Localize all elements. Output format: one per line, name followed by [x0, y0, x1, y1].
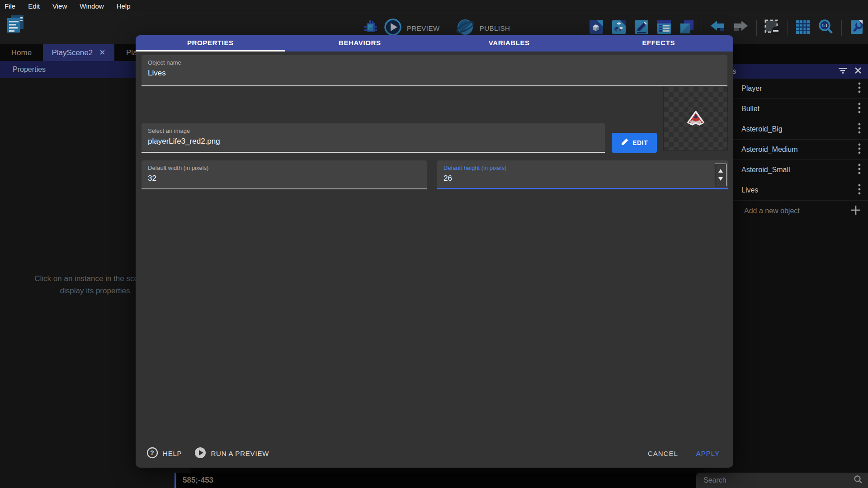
default-width-field[interactable]: Default width (in pixels) [142, 160, 427, 189]
close-tab-icon[interactable]: ✕ [99, 48, 105, 57]
search-input[interactable] [703, 476, 854, 484]
dialog-footer: ? HELP RUN A PREVIEW CANCEL APPLY [136, 446, 733, 460]
run-preview-play-icon [194, 447, 206, 460]
menu-view[interactable]: View [52, 2, 67, 10]
stepper-down-icon[interactable] [718, 177, 723, 181]
layers-icon[interactable] [679, 19, 694, 37]
deselect-icon[interactable] [764, 19, 780, 37]
object-name-field[interactable]: Object name [142, 55, 727, 86]
kebab-menu-icon[interactable] [858, 82, 861, 95]
tab-behaviors[interactable]: BEHAVIORS [285, 35, 435, 52]
preview-button[interactable]: PREVIEW [407, 24, 440, 32]
edit-pencil-icon [621, 138, 628, 147]
instances-list-icon[interactable] [656, 19, 672, 37]
objects-editor-icon[interactable] [611, 19, 627, 37]
plus-icon [851, 205, 861, 217]
dialog-tab-bar: PROPERTIES BEHAVIORS VARIABLES EFFECTS [136, 35, 733, 52]
tab-variables[interactable]: VARIABLES [434, 35, 584, 52]
menu-edit[interactable]: Edit [28, 2, 40, 10]
select-image-input[interactable] [148, 137, 599, 146]
edit-scene-icon[interactable] [634, 19, 649, 37]
toolbar-separator [788, 20, 788, 36]
grid-icon[interactable] [795, 19, 811, 37]
redo-icon[interactable] [733, 19, 749, 37]
default-width-input[interactable] [148, 174, 420, 183]
new-object-icon[interactable] [589, 19, 604, 37]
cursor-coordinates-bar: 585;-453 [175, 473, 696, 488]
tab-properties[interactable]: PROPERTIES [136, 35, 285, 52]
menu-help[interactable]: Help [117, 2, 131, 10]
publish-button[interactable]: PUBLISH [480, 24, 510, 32]
svg-text:1:1: 1:1 [821, 23, 827, 28]
properties-panel-title: Properties [13, 66, 46, 74]
help-circle-icon: ? [146, 447, 158, 460]
kebab-menu-icon[interactable] [858, 123, 861, 136]
search-bar[interactable] [696, 473, 868, 488]
run-preview-button[interactable]: RUN A PREVIEW [194, 447, 269, 460]
cursor-coordinates: 585;-453 [183, 476, 213, 485]
stepper-up-icon[interactable] [718, 169, 723, 173]
object-image-preview[interactable] [663, 87, 728, 150]
kebab-menu-icon[interactable] [858, 164, 861, 176]
kebab-menu-icon[interactable] [858, 184, 861, 197]
default-height-input[interactable] [443, 174, 722, 183]
apply-button[interactable]: APPLY [696, 450, 720, 457]
tab-playscene2[interactable]: PlayScene2 ✕ [43, 44, 114, 61]
toolbar-separator [702, 20, 702, 36]
object-name-input[interactable] [148, 69, 721, 78]
svg-text:?: ? [150, 449, 154, 456]
debug-icon[interactable] [362, 19, 379, 38]
close-panel-icon[interactable] [854, 67, 862, 76]
kebab-menu-icon[interactable] [858, 143, 861, 156]
ship-sprite [684, 110, 707, 128]
kebab-menu-icon[interactable] [858, 103, 861, 115]
select-image-field[interactable]: Select an image [142, 123, 605, 153]
zoom-original-icon[interactable]: 1:1 [818, 19, 834, 37]
number-stepper[interactable] [715, 164, 726, 186]
select-image-label: Select an image [148, 127, 599, 134]
undo-icon[interactable] [709, 19, 726, 37]
default-height-label: Default height (in pixels) [443, 164, 722, 171]
help-button[interactable]: ? HELP [146, 447, 182, 460]
tab-effects[interactable]: EFFECTS [584, 35, 734, 52]
project-manager-icon[interactable] [6, 14, 24, 36]
menu-file[interactable]: File [5, 2, 15, 10]
default-height-field[interactable]: Default height (in pixels) [437, 160, 728, 189]
object-name-label: Object name [148, 59, 721, 66]
tab-home[interactable]: Home [0, 44, 43, 61]
cancel-button[interactable]: CANCEL [648, 450, 678, 457]
toolbar-separator [841, 20, 842, 36]
filter-icon[interactable] [838, 67, 847, 76]
menu-window[interactable]: Window [80, 2, 104, 10]
edit-image-button[interactable]: EDIT [612, 133, 657, 153]
menu-bar: File Edit View Window Help [0, 0, 868, 12]
project-settings-icon[interactable] [849, 19, 864, 37]
gdevelop-app: File Edit View Window Help [0, 0, 868, 488]
search-icon [854, 475, 863, 486]
object-properties-dialog: PROPERTIES BEHAVIORS VARIABLES EFFECTS O… [136, 35, 733, 468]
toolbar-separator [756, 20, 757, 36]
default-width-label: Default width (in pixels) [148, 164, 420, 171]
